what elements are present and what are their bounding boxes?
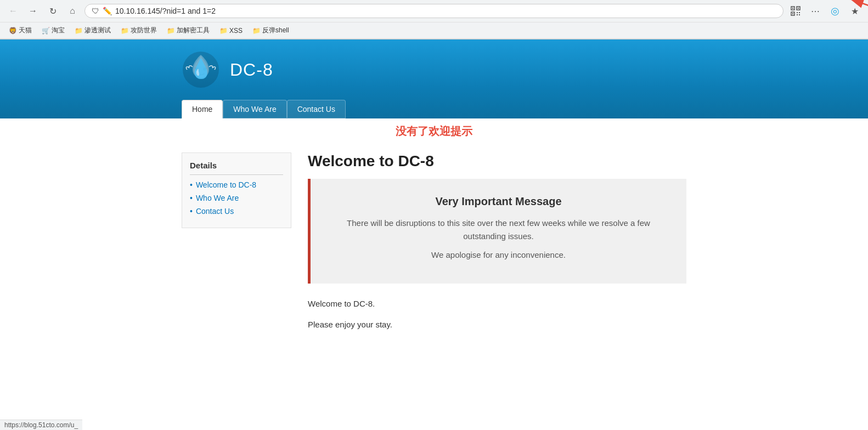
bookmark-decrypt[interactable]: 📁 加解密工具 — [164, 25, 213, 36]
content-wrapper: Details Welcome to DC-8 Who We Are Conta… — [171, 142, 697, 349]
bookmark-taobao[interactable]: 🛒 淘宝 — [38, 25, 68, 36]
bookmarks-bar: 🦁 天猫 🛒 淘宝 📁 渗透测试 📁 攻防世界 📁 加解密工具 📁 XSS 📁 … — [0, 22, 868, 39]
main-content: Welcome to DC-8 Very Important Message T… — [308, 152, 686, 338]
bookmark-pentest-label: 渗透测试 — [84, 26, 111, 35]
bookmark-taobao-label: 淘宝 — [52, 26, 65, 35]
back-button[interactable]: ← — [5, 3, 21, 19]
browser-chrome: ← → ↻ ⌂ 🛡 ✏️ 10.10.16.145/?nid=1 and 1=2… — [0, 0, 868, 39]
content-annotation: 没有了欢迎提示 — [171, 118, 697, 142]
svg-rect-11 — [799, 14, 800, 15]
home-button[interactable]: ⌂ — [65, 3, 80, 19]
folder-shell-icon: 📁 — [252, 27, 261, 35]
folder-xss-icon: 📁 — [219, 27, 228, 35]
important-message-line1: There will be disruptions to this site o… — [332, 217, 664, 243]
browser-toolbar: ← → ↻ ⌂ 🛡 ✏️ 10.10.16.145/?nid=1 and 1=2… — [0, 0, 868, 22]
svg-rect-9 — [799, 12, 800, 13]
folder-decrypt-icon: 📁 — [167, 27, 175, 35]
sidebar-link-welcome[interactable]: Welcome to DC-8 — [196, 180, 256, 189]
qr-button[interactable] — [788, 3, 803, 19]
tianmao-icon: 🦁 — [9, 27, 17, 35]
edit-icon: ✏️ — [103, 7, 112, 15]
bookmark-decrypt-label: 加解密工具 — [177, 26, 210, 35]
bookmark-ctf[interactable]: 📁 攻防世界 — [117, 25, 160, 36]
sidebar-block: Details Welcome to DC-8 Who We Are Conta… — [182, 152, 291, 228]
shield-icon: 🛡 — [92, 7, 99, 15]
sidebar-link-item: Who We Are — [190, 194, 283, 202]
bookmark-star-button[interactable]: ★ — [847, 3, 863, 19]
sidebar-link-who-we-are[interactable]: Who We Are — [196, 194, 239, 202]
site-header: 💧 DC-8 Home Who We Are Contact Us — [0, 39, 868, 118]
sidebar: Details Welcome to DC-8 Who We Are Conta… — [182, 152, 291, 338]
bookmark-xss-label: XSS — [229, 27, 243, 35]
bookmark-shell-label: 反弹shell — [262, 26, 289, 35]
bookmark-shell[interactable]: 📁 反弹shell — [249, 25, 292, 36]
sidebar-title: Details — [190, 161, 283, 175]
body-text-line1: Welcome to DC-8. — [308, 297, 686, 311]
site-logo-row: 💧 DC-8 — [182, 50, 686, 100]
body-text-line2: Please enjoy your stay. — [308, 318, 686, 332]
svg-rect-10 — [797, 14, 798, 15]
nav-contact-us[interactable]: Contact Us — [287, 100, 346, 118]
important-message-box: Very Important Message There will be dis… — [308, 179, 686, 284]
bookmark-pentest[interactable]: 📁 渗透测试 — [71, 25, 114, 36]
nav-home[interactable]: Home — [182, 100, 223, 118]
svg-rect-8 — [797, 12, 798, 13]
folder-pentest-icon: 📁 — [75, 27, 83, 35]
taobao-icon: 🛒 — [42, 27, 50, 35]
page-title: Welcome to DC-8 — [308, 152, 686, 170]
svg-rect-3 — [792, 8, 793, 9]
bookmark-tianmao[interactable]: 🦁 天猫 — [5, 25, 35, 36]
url-text: 10.10.16.145/?nid=1 and 1=2 — [115, 7, 776, 15]
bookmark-xss[interactable]: 📁 XSS — [216, 26, 246, 36]
bookmark-tianmao-label: 天猫 — [19, 26, 32, 35]
forward-button[interactable]: → — [25, 3, 41, 19]
address-bar[interactable]: 🛡 ✏️ 10.10.16.145/?nid=1 and 1=2 条件为假 — [84, 4, 784, 18]
bookmark-ctf-label: 攻防世界 — [131, 26, 157, 35]
menu-button[interactable]: ⋯ — [808, 3, 823, 19]
svg-rect-5 — [798, 8, 799, 9]
svg-rect-7 — [792, 13, 793, 14]
drupal-extension-button[interactable]: ◎ — [827, 3, 843, 19]
sidebar-links: Welcome to DC-8 Who We Are Contact Us — [190, 180, 283, 216]
site-header-inner: 💧 DC-8 Home Who We Are Contact Us — [171, 50, 697, 118]
sidebar-link-item: Contact Us — [190, 207, 283, 216]
site-title: DC-8 — [230, 60, 273, 80]
folder-ctf-icon: 📁 — [121, 27, 129, 35]
site-wrapper: 💧 DC-8 Home Who We Are Contact Us 没有了欢迎提… — [0, 39, 868, 349]
sidebar-link-item: Welcome to DC-8 — [190, 180, 283, 189]
nav-who-we-are[interactable]: Who We Are — [223, 100, 286, 118]
sidebar-link-contact-us[interactable]: Contact Us — [196, 207, 234, 216]
toolbar-right: ⋯ ◎ ★ — [788, 3, 863, 19]
important-message-title: Very Important Message — [332, 195, 664, 208]
reload-button[interactable]: ↻ — [45, 3, 60, 19]
svg-text:💧: 💧 — [189, 58, 213, 80]
site-nav: Home Who We Are Contact Us — [182, 100, 686, 118]
drupal-logo: 💧 — [182, 50, 220, 89]
important-message-line2: We apologise for any inconvenience. — [332, 248, 664, 262]
